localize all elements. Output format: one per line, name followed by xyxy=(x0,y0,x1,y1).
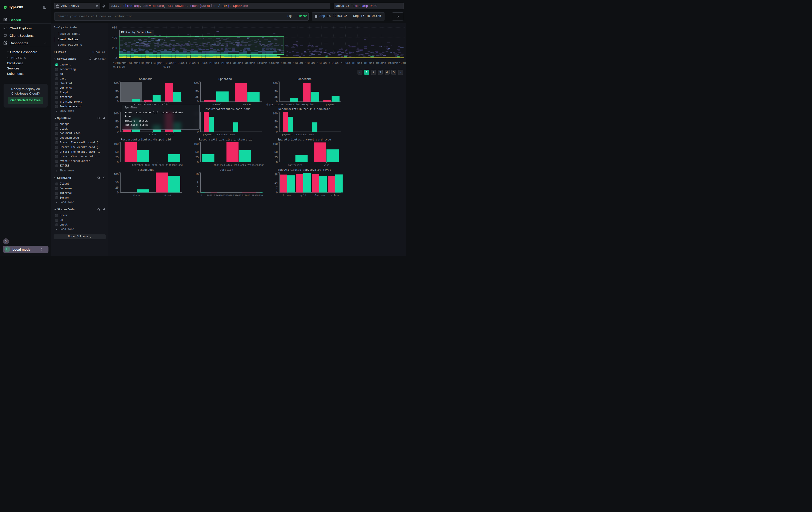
svg-text:100: 100 xyxy=(114,173,119,176)
svg-text:0: 0 xyxy=(197,100,199,103)
svg-text:100: 100 xyxy=(272,82,278,85)
svg-text:400: 400 xyxy=(112,36,117,39)
svg-text:ResourceAttributes.k8s.pod.nam: ResourceAttributes.k8s.pod.name xyxy=(279,108,330,111)
svg-text:50: 50 xyxy=(115,90,119,93)
svg-text:6:30am: 6:30am xyxy=(317,62,327,65)
svg-text:25: 25 xyxy=(115,186,119,189)
svg-text:ResourceAttributes.k8s.pod.uid: ResourceAttributes.k8s.pod.uid xyxy=(121,138,171,141)
svg-text:f5344ec9-a1ea-4290-a62a-78f5be: f5344ec9-a1ea-4290-a62a-78f5bee8d90b xyxy=(214,164,264,166)
svg-text:50: 50 xyxy=(115,120,119,123)
svg-text:0: 0 xyxy=(197,131,199,134)
svg-text:5e02b5fb-13ae-4296-bbbc-111f42: 5e02b5fb-13ae-4296-bbbc-111f423c460d xyxy=(132,164,183,166)
svg-text:25: 25 xyxy=(195,156,199,159)
svg-text:822013: 822013 xyxy=(242,194,250,197)
svg-text:payment-7985c8969c-mwmw7: payment-7985c8969c-mwmw7 xyxy=(203,133,237,136)
svg-text:0: 0 xyxy=(117,131,119,134)
svg-text:4:30am: 4:30am xyxy=(269,62,279,65)
svg-text:0: 0 xyxy=(197,191,199,194)
svg-text:5:00am: 5:00am xyxy=(281,62,291,65)
svg-text:Error: Error xyxy=(134,194,141,197)
svg-text:100: 100 xyxy=(114,112,119,115)
svg-text:gold: gold xyxy=(300,194,306,197)
svg-text:SpanName: SpanName xyxy=(139,78,152,81)
svg-text:SpanKind: SpanKind xyxy=(218,78,232,81)
svg-text:ResourceAttribu..ice.instance.: ResourceAttribu..ice.instance.id xyxy=(199,138,252,141)
svg-text:100: 100 xyxy=(114,82,119,85)
svg-text:9:00am: 9:00am xyxy=(376,62,386,65)
svg-text:silver: silver xyxy=(331,194,339,197)
svg-text:9/14/25: 9/14/25 xyxy=(113,65,125,69)
svg-text:3:30am: 3:30am xyxy=(245,62,255,65)
svg-text:11:00pm: 11:00pm xyxy=(137,62,149,65)
svg-text:8:00am: 8:00am xyxy=(352,62,362,65)
svg-text:25: 25 xyxy=(115,96,119,99)
svg-text:4:00am: 4:00am xyxy=(257,62,267,65)
svg-text:Duration: Duration xyxy=(220,168,233,172)
svg-text:3:00am: 3:00am xyxy=(233,62,243,65)
svg-text:600: 600 xyxy=(112,26,117,29)
svg-text:25: 25 xyxy=(195,96,199,99)
svg-text:200: 200 xyxy=(112,47,117,50)
svg-text:0: 0 xyxy=(197,161,199,164)
svg-text:platinum: platinum xyxy=(314,194,325,197)
svg-text:6:00am: 6:00am xyxy=(304,62,315,65)
svg-text:0: 0 xyxy=(276,161,278,164)
svg-text:703098: 703098 xyxy=(224,194,233,197)
svg-text:1:00am: 1:00am xyxy=(185,62,196,65)
svg-text:100: 100 xyxy=(114,143,119,146)
svg-text:0: 0 xyxy=(115,57,117,60)
svg-text:1198813: 1198813 xyxy=(205,194,215,197)
svg-text:99930810: 99930810 xyxy=(252,194,263,197)
svg-text:759483: 759483 xyxy=(233,194,241,197)
svg-text:7:30am: 7:30am xyxy=(340,62,350,65)
svg-text:8: 8 xyxy=(197,181,199,184)
svg-text:2:00am: 2:00am xyxy=(209,62,220,65)
svg-text:0: 0 xyxy=(117,100,119,103)
svg-text:8:30am: 8:30am xyxy=(364,62,374,65)
svg-text:4: 4 xyxy=(197,185,199,189)
svg-text:100: 100 xyxy=(272,112,278,115)
svg-text:50: 50 xyxy=(195,90,199,93)
svg-text:50: 50 xyxy=(195,151,199,154)
svg-text:100: 100 xyxy=(194,143,199,146)
svg-text:12:30am: 12:30am xyxy=(173,62,184,65)
svg-text:12:00am: 12:00am xyxy=(161,62,173,65)
svg-text:100: 100 xyxy=(194,82,199,85)
svg-text:visa: visa xyxy=(324,164,329,166)
svg-text:50: 50 xyxy=(274,151,278,154)
svg-text:11:30pm: 11:30pm xyxy=(149,62,161,65)
svg-text:9/15: 9/15 xyxy=(164,65,170,69)
svg-text:0: 0 xyxy=(117,191,119,194)
svg-text:10:00am: 10:00am xyxy=(399,62,406,65)
svg-text:payment: payment xyxy=(326,103,336,106)
svg-text:Server: Server xyxy=(243,103,252,106)
svg-text:0: 0 xyxy=(117,161,119,164)
svg-text:50: 50 xyxy=(115,181,119,184)
svg-text:7: 7 xyxy=(276,186,278,189)
svg-text:0: 0 xyxy=(276,191,278,194)
svg-text:14: 14 xyxy=(274,182,278,185)
svg-text:9:30am: 9:30am xyxy=(388,62,398,65)
svg-text:bronze: bronze xyxy=(283,194,291,197)
svg-text:0.1.0: 0.1.0 xyxy=(149,133,156,136)
svg-text:@hyperdx/instrumentation-excep: @hyperdx/instrumentation-exception xyxy=(266,103,314,106)
svg-text:0.51.1: 0.51.1 xyxy=(166,133,175,136)
svg-text:payment-7985c8969c-mwmw7: payment-7985c8969c-mwmw7 xyxy=(282,133,316,136)
svg-text:SpanAttributes...yment.card_ty: SpanAttributes...yment.card_type xyxy=(278,138,331,141)
svg-text:0: 0 xyxy=(201,194,202,197)
svg-text:StatusCode: StatusCode xyxy=(138,168,154,172)
svg-text:25: 25 xyxy=(274,156,278,159)
svg-text:50: 50 xyxy=(274,120,278,123)
svg-text:50: 50 xyxy=(115,151,119,154)
svg-text:SpanAttributes.app.loyalty.lev: SpanAttributes.app.loyalty.level xyxy=(278,168,331,172)
svg-text:1:30am: 1:30am xyxy=(198,62,207,65)
svg-text:25: 25 xyxy=(274,96,278,99)
svg-text:7:00am: 7:00am xyxy=(328,62,339,65)
svg-text:2944180: 2944180 xyxy=(214,194,224,197)
svg-text:25: 25 xyxy=(115,126,119,129)
svg-text:10:00pm: 10:00pm xyxy=(113,62,125,65)
svg-text:Internal: Internal xyxy=(210,103,222,106)
svg-text:25: 25 xyxy=(274,126,278,129)
svg-text:0: 0 xyxy=(276,131,278,134)
svg-text:Unset: Unset xyxy=(165,194,172,197)
